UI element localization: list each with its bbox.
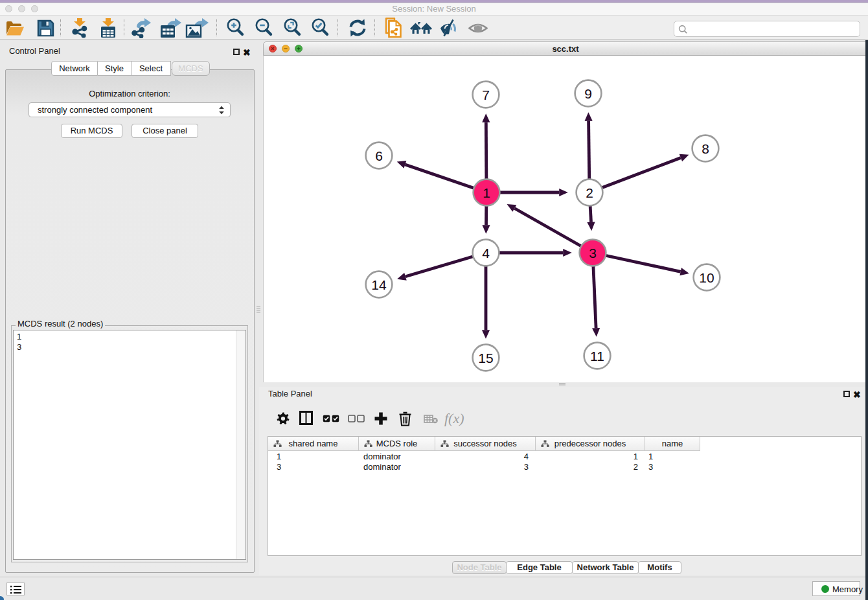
svg-text:10: 10: [699, 270, 714, 285]
svg-text:6: 6: [375, 148, 383, 163]
svg-text:8: 8: [702, 141, 709, 156]
svg-text:4: 4: [482, 246, 490, 260]
svg-text:1: 1: [483, 185, 490, 200]
svg-text:11: 11: [590, 349, 604, 363]
svg-text:3: 3: [589, 246, 597, 260]
svg-text:7: 7: [482, 87, 490, 102]
svg-text:14: 14: [371, 277, 387, 292]
svg-text:9: 9: [584, 86, 592, 101]
svg-text:15: 15: [478, 351, 493, 365]
svg-text:2: 2: [586, 185, 593, 200]
